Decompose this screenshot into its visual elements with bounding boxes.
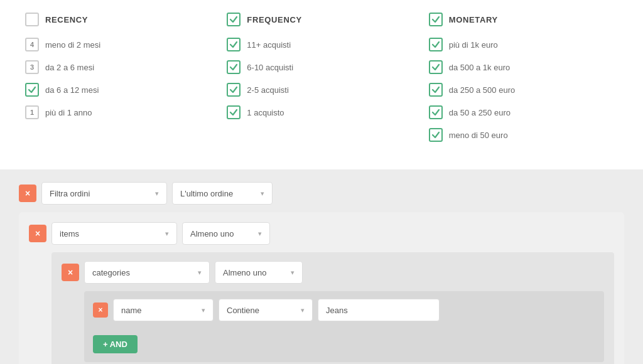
recency-item-2-label: da 2 a 6 mesi [45, 63, 94, 72]
badge-3[interactable]: 3 [25, 60, 39, 74]
mon-item-4-label: da 50 a 250 euro [449, 108, 511, 117]
recency-title: RECENCY [45, 15, 88, 24]
categories-condition-chevron: ▾ [291, 269, 294, 277]
contiene-select[interactable]: Contiene ▾ [219, 299, 313, 321]
monetary-checkbox[interactable] [429, 13, 443, 26]
name-label: name [121, 306, 142, 315]
monetary-column: MONETARY più di 1k euro da 500 a 1k euro [429, 13, 618, 151]
recency-item-3-label: da 6 a 12 mesi [45, 85, 99, 95]
badge-1[interactable]: 1 [25, 105, 39, 119]
and-button[interactable]: + AND [93, 335, 138, 353]
name-select[interactable]: name ▾ [113, 299, 213, 321]
top-section: RECENCY 4 meno di 2 mesi 3 da 2 a 6 mesi… [0, 0, 643, 169]
freq-item-2-check[interactable] [227, 60, 240, 74]
mon-item-5-label: meno di 50 euro [449, 131, 508, 140]
list-item: 1 più di 1 anno [25, 105, 214, 119]
mon-item-3-check[interactable] [429, 83, 443, 97]
mon-item-3-label: da 250 a 500 euro [449, 85, 516, 95]
recency-item-4-label: più di 1 anno [45, 108, 92, 117]
items-chevron: ▾ [165, 230, 169, 238]
items-condition-select[interactable]: Almeno uno ▾ [182, 222, 270, 245]
categories-x-button[interactable]: × [62, 264, 79, 281]
mon-item-5-check[interactable] [429, 128, 443, 142]
monetary-title: MONETARY [449, 15, 498, 24]
categories-filter-row: × categories ▾ Almeno uno ▾ [62, 261, 604, 284]
freq-item-1-check[interactable] [227, 38, 240, 51]
freq-item-4-label: 1 acquisto [247, 108, 284, 117]
recency-item-1-label: meno di 2 mesi [45, 40, 100, 50]
list-item: 3 da 2 a 6 mesi [25, 60, 214, 74]
name-x-button[interactable]: × [93, 302, 108, 318]
mon-item-4-check[interactable] [429, 105, 443, 119]
nested-level-2-container: × categories ▾ Almeno uno ▾ × name ▾ [51, 252, 614, 364]
name-filter-row: × name ▾ Contiene ▾ [93, 299, 595, 321]
mon-item-1-label: più di 1k euro [449, 40, 498, 50]
list-item: 2-5 acquisti [227, 83, 416, 97]
items-condition-chevron: ▾ [258, 230, 262, 238]
mon-item-1-check[interactable] [429, 38, 443, 51]
frequency-checkbox[interactable] [227, 13, 240, 26]
categories-chevron: ▾ [198, 269, 202, 277]
date-chevron: ▾ [261, 190, 264, 198]
items-filter-row: × items ▾ Almeno uno ▾ [29, 222, 614, 245]
categories-condition-select[interactable]: Almeno uno ▾ [215, 261, 303, 284]
bottom-section: × Filtra ordini ▾ L'ultimo ordine ▾ × it… [0, 169, 643, 364]
contiene-label: Contiene [227, 306, 259, 315]
recency-column: RECENCY 4 meno di 2 mesi 3 da 2 a 6 mesi… [25, 13, 214, 151]
items-select[interactable]: items ▾ [51, 222, 177, 245]
items-condition-label: Almeno uno [190, 229, 234, 238]
categories-select[interactable]: categories ▾ [84, 261, 210, 284]
frequency-column: FREQUENCY 11+ acquisti 6-10 acquisti [227, 13, 416, 151]
recency-checkbox[interactable] [25, 13, 39, 26]
categories-condition-label: Almeno uno [223, 268, 266, 277]
filtra-ordini-chevron: ▾ [155, 190, 159, 198]
frequency-title: FREQUENCY [247, 15, 301, 24]
items-x-button[interactable]: × [29, 225, 46, 242]
list-item: da 6 a 12 mesi [25, 83, 214, 97]
frequency-header: FREQUENCY [227, 13, 416, 26]
name-value-input[interactable] [318, 299, 440, 321]
recency-header: RECENCY [25, 13, 214, 26]
badge-4[interactable]: 4 [25, 38, 39, 51]
freq-item-1-label: 11+ acquisti [247, 40, 291, 50]
categories-label: categories [92, 268, 130, 277]
main-x-button[interactable]: × [19, 185, 36, 202]
list-item: 1 acquisto [227, 105, 416, 119]
list-item: da 50 a 250 euro [429, 105, 618, 119]
list-item: 11+ acquisti [227, 38, 416, 51]
mon-item-2-check[interactable] [429, 60, 443, 74]
list-item: da 250 a 500 euro [429, 83, 618, 97]
contiene-chevron: ▾ [301, 306, 305, 314]
recency-item-3-check[interactable] [25, 83, 39, 97]
date-select[interactable]: L'ultimo ordine ▾ [172, 182, 273, 205]
list-item: 6-10 acquisti [227, 60, 416, 74]
filtra-ordini-label: Filtra ordini [50, 189, 90, 198]
freq-item-3-check[interactable] [227, 83, 240, 97]
items-label: items [60, 229, 79, 238]
freq-item-2-label: 6-10 acquisti [247, 63, 293, 72]
nested-level-3-container: × name ▾ Contiene ▾ + AND [84, 291, 604, 362]
name-chevron: ▾ [202, 306, 205, 314]
list-item: da 500 a 1k euro [429, 60, 618, 74]
date-label: L'ultimo ordine [180, 189, 233, 198]
filtra-ordini-select[interactable]: Filtra ordini ▾ [41, 182, 167, 205]
main-filter-row: × Filtra ordini ▾ L'ultimo ordine ▾ [19, 182, 624, 205]
freq-item-3-label: 2-5 acquisti [247, 85, 288, 95]
list-item: 4 meno di 2 mesi [25, 38, 214, 51]
mon-item-2-label: da 500 a 1k euro [449, 63, 511, 72]
list-item: meno di 50 euro [429, 128, 618, 142]
monetary-header: MONETARY [429, 13, 618, 26]
list-item: più di 1k euro [429, 38, 618, 51]
nested-level-1-container: × items ▾ Almeno uno ▾ × categories ▾ Al… [19, 212, 624, 364]
freq-item-4-check[interactable] [227, 105, 240, 119]
